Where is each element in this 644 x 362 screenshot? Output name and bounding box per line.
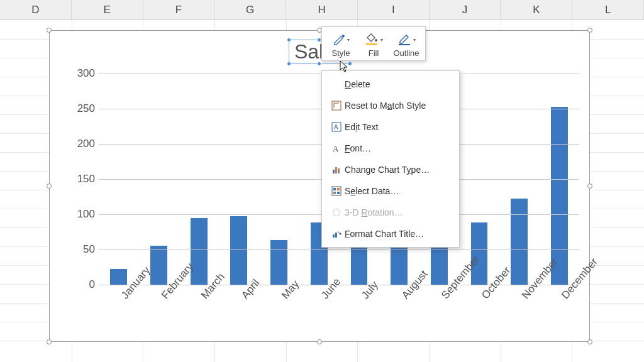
col-header[interactable]: F bbox=[143, 0, 215, 19]
context-menu: Delete Reset to Match Style A Edit Text … bbox=[321, 70, 460, 248]
select-data-icon bbox=[328, 186, 345, 196]
y-tick-label: 100 bbox=[77, 208, 95, 221]
y-tick-label: 300 bbox=[77, 67, 95, 80]
bar[interactable] bbox=[110, 269, 127, 285]
menu-label: Change Chart Type… bbox=[345, 165, 430, 175]
svg-rect-9 bbox=[338, 168, 340, 173]
style-label: Style bbox=[332, 48, 350, 58]
resize-handle[interactable] bbox=[47, 184, 52, 189]
fill-button[interactable]: ▾ Fill bbox=[357, 30, 390, 59]
reset-icon bbox=[328, 101, 345, 111]
menu-change-chart-type[interactable]: Change Chart Type… bbox=[322, 159, 459, 180]
menu-font[interactable]: A Font… bbox=[322, 138, 459, 159]
font-icon: A bbox=[328, 143, 345, 153]
svg-rect-11 bbox=[333, 188, 336, 190]
y-axis: 050100150200250300 bbox=[69, 74, 99, 285]
svg-point-17 bbox=[340, 233, 341, 235]
col-header[interactable]: G bbox=[214, 0, 286, 19]
rotation-icon bbox=[328, 207, 345, 217]
edit-text-icon: A bbox=[328, 122, 345, 132]
y-tick-label: 0 bbox=[89, 278, 95, 291]
style-button[interactable]: ▾ Style bbox=[325, 30, 357, 59]
col-header[interactable]: E bbox=[72, 0, 143, 19]
menu-label: Edit Text bbox=[345, 122, 378, 132]
bar[interactable] bbox=[150, 246, 167, 285]
resize-handle[interactable] bbox=[47, 339, 52, 344]
col-header[interactable]: H bbox=[286, 0, 358, 19]
menu-label: Select Data… bbox=[345, 186, 399, 196]
resize-handle[interactable] bbox=[587, 339, 592, 344]
col-header[interactable]: I bbox=[358, 0, 430, 19]
svg-rect-2 bbox=[399, 44, 410, 45]
svg-rect-1 bbox=[366, 43, 377, 45]
menu-label: Format Chart Title… bbox=[345, 229, 424, 239]
col-header[interactable]: L bbox=[572, 0, 644, 19]
svg-point-0 bbox=[375, 39, 377, 41]
svg-rect-15 bbox=[333, 234, 335, 238]
x-axis: JanuaryFebruaryMarchAprilMayJuneJulyAugu… bbox=[99, 288, 579, 337]
svg-rect-16 bbox=[335, 233, 337, 238]
svg-text:A: A bbox=[334, 124, 338, 131]
y-tick-label: 50 bbox=[83, 243, 95, 256]
outline-button[interactable]: ▾ Outline bbox=[390, 30, 423, 59]
svg-rect-7 bbox=[333, 170, 335, 173]
resize-handle[interactable] bbox=[587, 184, 592, 189]
bar[interactable] bbox=[270, 240, 287, 285]
svg-rect-3 bbox=[332, 101, 341, 110]
chart-object[interactable]: Sales 050100150200250300 JanuaryFebruary… bbox=[49, 30, 590, 342]
svg-rect-14 bbox=[337, 192, 340, 194]
menu-label: Font… bbox=[345, 143, 371, 153]
fill-label: Fill bbox=[369, 48, 379, 58]
bar[interactable] bbox=[230, 216, 247, 285]
menu-label: Delete bbox=[345, 79, 370, 89]
mini-toolbar: ▾ Style ▾ Fill ▾ Outline bbox=[321, 26, 426, 61]
paintbrush-icon: ▾ bbox=[333, 31, 350, 48]
y-tick-label: 250 bbox=[77, 102, 95, 115]
outline-label: Outline bbox=[393, 48, 419, 58]
format-title-icon bbox=[328, 229, 345, 239]
menu-format-chart-title[interactable]: Format Chart Title… bbox=[322, 223, 459, 244]
col-header[interactable]: K bbox=[501, 0, 572, 19]
menu-label: 3-D Rotation… bbox=[345, 207, 403, 217]
bar[interactable] bbox=[191, 218, 208, 285]
svg-text:A: A bbox=[333, 144, 339, 153]
menu-label: Reset to Match Style bbox=[345, 101, 426, 111]
menu-reset-style[interactable]: Reset to Match Style bbox=[322, 95, 459, 116]
svg-rect-12 bbox=[337, 188, 340, 190]
chart-type-icon bbox=[328, 165, 345, 175]
menu-edit-text[interactable]: A Edit Text bbox=[322, 116, 459, 138]
menu-3d-rotation: 3-D Rotation… bbox=[322, 202, 459, 223]
resize-handle[interactable] bbox=[47, 28, 52, 33]
col-header[interactable]: J bbox=[430, 0, 501, 19]
y-tick-label: 150 bbox=[77, 173, 95, 185]
pen-outline-icon: ▾ bbox=[397, 31, 416, 48]
column-headers: D E F G H I J K L bbox=[0, 0, 644, 20]
col-header[interactable]: D bbox=[0, 0, 72, 19]
resize-handle[interactable] bbox=[587, 28, 592, 33]
svg-rect-13 bbox=[333, 192, 336, 194]
menu-delete[interactable]: Delete bbox=[322, 74, 459, 95]
resize-handle[interactable] bbox=[317, 339, 322, 344]
bar[interactable] bbox=[511, 199, 528, 285]
menu-select-data[interactable]: Select Data… bbox=[322, 180, 459, 202]
paint-bucket-icon: ▾ bbox=[365, 31, 383, 48]
y-tick-label: 200 bbox=[77, 138, 95, 150]
svg-rect-8 bbox=[335, 167, 337, 173]
